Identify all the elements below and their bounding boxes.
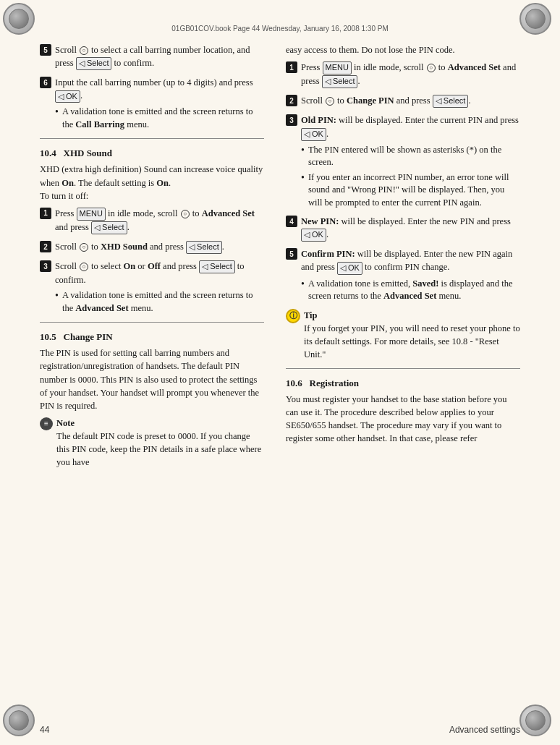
select-key-r1: ◁ Select — [322, 75, 358, 88]
section-10-6-title: 10.6 Registration — [286, 378, 359, 388]
right-column: easy access to them. Do not lose the PIN… — [286, 43, 520, 705]
page-label: Advanced settings — [449, 725, 520, 735]
corner-decoration-br — [519, 704, 557, 742]
bullet-dot-r3-1: • — [301, 144, 305, 157]
step-5-text: Scroll ○ to select a call barring number… — [55, 43, 264, 70]
header-text: 01GB01COV.book Page 44 Wednesday, Januar… — [171, 25, 388, 33]
xhd-step-1-num: 1 — [40, 208, 51, 219]
step-5-block: 5 Scroll ○ to select a call barring numb… — [40, 43, 264, 70]
tip-icon: ⓘ — [286, 309, 300, 323]
select-key-xhd1: ◁ Select — [91, 221, 127, 234]
scroll-icon-xhd3: ○ — [80, 263, 88, 271]
ok-key-r5: ◁ OK — [337, 262, 362, 275]
bottom-bar: 44 Advanced settings — [40, 725, 520, 735]
right-step-2-text: Scroll ○ to Change PIN and press ◁ Selec… — [301, 94, 520, 108]
note-box: ≡ Note The default PIN code is preset to… — [40, 417, 264, 469]
right-step-5-block: 5 Confirm PIN: will be displayed. Enter … — [286, 247, 520, 302]
scroll-icon-r2: ○ — [326, 97, 334, 106]
right-step-4-block: 4 New PIN: will be displayed. Enter the … — [286, 215, 520, 242]
step-6-bullet-text: A validation tone is emitted and the scr… — [62, 106, 264, 131]
xhd-step-3-text: Scroll ○ to select On or Off and press ◁… — [55, 260, 264, 286]
tip-text: Tip If you forget your PIN, you will nee… — [304, 309, 520, 362]
right-intro-text: easy access to them. Do not lose the PIN… — [286, 43, 520, 56]
scroll-icon-xhd1: ○ — [181, 210, 190, 218]
section-10-4-body: XHD (extra high definition) Sound can in… — [40, 163, 264, 202]
xhd-step-1-row: 1 Press MENU in idle mode, scroll ○ to A… — [40, 207, 264, 234]
right-step-1-text: Press MENU in idle mode, scroll ○ to Adv… — [301, 61, 520, 88]
section-10-5-header: 10.5 Change PIN — [40, 331, 264, 343]
main-content: 5 Scroll ○ to select a call barring numb… — [40, 43, 520, 705]
right-step-2-block: 2 Scroll ○ to Change PIN and press ◁ Sel… — [286, 94, 520, 108]
corner-decoration-bl — [3, 704, 41, 742]
step-6-row: 6 Input the call barring number (up to 4… — [40, 76, 264, 103]
step-5-row: 5 Scroll ○ to select a call barring numb… — [40, 43, 264, 70]
select-key-r2: ◁ Select — [433, 95, 469, 108]
right-step-5-bullet: • A validation tone is emitted, Saved! i… — [301, 278, 520, 303]
right-step-4-row: 4 New PIN: will be displayed. Enter the … — [286, 215, 520, 242]
right-step-1-num: 1 — [286, 61, 297, 73]
scroll-icon-r1: ○ — [427, 64, 436, 72]
divider-10-5 — [40, 322, 264, 323]
select-key-5: ◁ Select — [76, 57, 112, 70]
xhd-step-2-block: 2 Scroll ○ to XHD Sound and press ◁ Sele… — [40, 240, 264, 254]
right-step-3-bullet-2-text: If you enter an incorrect PIN number, an… — [308, 171, 520, 210]
bullet-dot-r5: • — [301, 278, 305, 291]
xhd-step-3-bullet-text: A validation tone is emitted and the scr… — [62, 289, 264, 315]
xhd-step-2-row: 2 Scroll ○ to XHD Sound and press ◁ Sele… — [40, 240, 264, 254]
right-step-4-num: 4 — [286, 216, 297, 227]
xhd-step-2-num: 2 — [40, 241, 51, 252]
step-6-text: Input the call barring number (up to 4 d… — [55, 76, 264, 103]
bullet-dot-xhd3: • — [55, 289, 59, 302]
xhd-step-3-num: 3 — [40, 260, 51, 272]
right-step-5-num: 5 — [286, 248, 297, 260]
right-step-2-num: 2 — [286, 95, 297, 106]
note-icon: ≡ — [40, 417, 53, 430]
section-10-5-title: 10.5 Change PIN — [40, 331, 113, 342]
step-6-bullet: • A validation tone is emitted and the s… — [55, 106, 264, 131]
right-step-3-text: Old PIN: will be displayed. Enter the cu… — [301, 114, 520, 140]
select-key-xhd3: ◁ Select — [199, 260, 235, 273]
page-number: 44 — [40, 725, 49, 735]
right-step-4-text: New PIN: will be displayed. Enter the ne… — [301, 215, 520, 242]
step-5-num: 5 — [40, 44, 51, 56]
divider-10-4 — [40, 138, 264, 139]
scroll-icon-xhd2: ○ — [80, 243, 88, 252]
xhd-step-1-block: 1 Press MENU in idle mode, scroll ○ to A… — [40, 207, 264, 234]
scroll-icon-5: ○ — [80, 46, 88, 55]
page: 01GB01COV.book Page 44 Wednesday, Januar… — [0, 0, 560, 745]
step-6-num: 6 — [40, 77, 51, 88]
right-step-5-bullet-text: A validation tone is emitted, Saved! is … — [308, 278, 520, 303]
section-10-4-title: 10.4 XHD Sound — [40, 148, 112, 158]
right-step-3-row: 3 Old PIN: will be displayed. Enter the … — [286, 114, 520, 140]
xhd-step-2-text: Scroll ○ to XHD Sound and press ◁ Select… — [55, 240, 264, 254]
right-step-2-row: 2 Scroll ○ to Change PIN and press ◁ Sel… — [286, 94, 520, 108]
section-10-6-body: You must register your handset to the ba… — [286, 393, 520, 446]
right-step-1-row: 1 Press MENU in idle mode, scroll ○ to A… — [286, 61, 520, 88]
section-10-5-body: The PIN is used for setting call barring… — [40, 346, 264, 412]
ok-key-r3: ◁ OK — [301, 128, 326, 141]
tip-box: ⓘ Tip If you forget your PIN, you will n… — [286, 309, 520, 362]
menu-key-r1: MENU — [323, 61, 352, 74]
right-step-5-text: Confirm PIN: will be displayed. Enter th… — [301, 247, 520, 274]
ok-key-r4: ◁ OK — [301, 229, 326, 242]
ok-key-6: ◁ OK — [55, 90, 80, 103]
right-step-3-block: 3 Old PIN: will be displayed. Enter the … — [286, 114, 520, 209]
section-10-4-header: 10.4 XHD Sound — [40, 148, 264, 159]
right-step-3-bullet-1: • The PIN entered will be shown as aster… — [301, 144, 520, 169]
right-step-3-bullet-2: • If you enter an incorrect PIN number, … — [301, 171, 520, 210]
right-step-3-num: 3 — [286, 114, 297, 126]
header-bar: 01GB01COV.book Page 44 Wednesday, Januar… — [0, 22, 560, 35]
step-6-block: 6 Input the call barring number (up to 4… — [40, 76, 264, 131]
xhd-step-3-row: 3 Scroll ○ to select On or Off and press… — [40, 260, 264, 286]
select-key-xhd2: ◁ Select — [186, 241, 222, 254]
note-text: Note The default PIN code is preset to 0… — [56, 417, 264, 469]
right-step-1-block: 1 Press MENU in idle mode, scroll ○ to A… — [286, 61, 520, 88]
right-step-3-bullet-1-text: The PIN entered will be shown as asteris… — [308, 144, 520, 169]
bullet-dot-6: • — [55, 106, 59, 119]
menu-key-xhd1: MENU — [77, 208, 106, 221]
xhd-step-1-text: Press MENU in idle mode, scroll ○ to Adv… — [55, 207, 264, 234]
xhd-step-3-bullet: • A validation tone is emitted and the s… — [55, 289, 264, 315]
section-10-6-header: 10.6 Registration — [286, 378, 520, 389]
right-step-5-row: 5 Confirm PIN: will be displayed. Enter … — [286, 247, 520, 274]
divider-10-6 — [286, 368, 520, 369]
